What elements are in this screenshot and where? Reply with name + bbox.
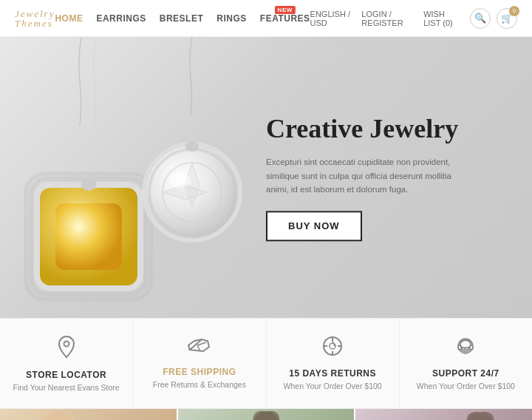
hero-title: Creative Jewelry: [266, 113, 473, 145]
promo-sale[interactable]: SALE OFF: [355, 409, 532, 420]
svg-point-4: [81, 179, 96, 191]
new-badge: NEW: [275, 6, 296, 14]
person-silhouette-1: [0, 409, 177, 420]
store-locator-title: STORE LOCATOR: [26, 370, 106, 380]
site-logo[interactable]: Jewelry Themes: [15, 9, 55, 28]
support-icon: [454, 335, 477, 362]
feature-support: SUPPORT 24/7 When Your Order Over $100: [400, 319, 532, 408]
svg-point-9: [185, 141, 199, 152]
person-silhouette-2: [178, 409, 355, 420]
header-right: ENGLISH / USD LOGIN / REGISTER WISH LIST…: [310, 8, 517, 29]
hero-jewelry-display: [0, 37, 281, 318]
wishlist-link[interactable]: WISH LIST (0): [423, 10, 463, 27]
logo-tagline: Themes: [15, 18, 55, 28]
nav-item-rings[interactable]: RINGS: [216, 13, 247, 24]
features-bar: STORE LOCATOR Find Your Nearest Evans St…: [0, 318, 532, 409]
returns-title: 15 DAYS RETURNS: [289, 368, 376, 379]
returns-desc: When Your Order Over $100: [284, 382, 382, 390]
hero-section: Creative Jewelry Excepturi sint occaecat…: [0, 37, 532, 318]
store-locator-desc: Find Your Nearest Evans Store: [13, 383, 120, 392]
header-icons: 🔍 🛒 0: [470, 8, 517, 29]
svg-point-10: [64, 342, 69, 347]
cart-badge: 0: [509, 6, 519, 16]
nav-item-features[interactable]: NEW FEATURES: [260, 13, 310, 24]
nav-item-earrings[interactable]: EARRINGS: [96, 13, 146, 24]
promo-summer[interactable]: SUMMER: [178, 409, 356, 420]
support-title: SUPPORT 24/7: [432, 368, 499, 379]
returns-icon: [321, 335, 344, 362]
svg-rect-3: [55, 203, 122, 270]
main-nav: HOME EARRINGS BRESLET RINGS NEW FEATURES: [55, 13, 310, 24]
person-silhouette-3: [355, 409, 532, 420]
store-locator-icon: [56, 335, 77, 364]
buy-now-button[interactable]: BUY NOW: [266, 211, 362, 242]
promo-row: NEW SUMMER SALE OFF: [0, 409, 532, 420]
language-selector[interactable]: ENGLISH / USD: [310, 10, 355, 27]
jewelry-svg: [0, 37, 281, 318]
cart-button[interactable]: 🛒 0: [497, 8, 517, 29]
svg-point-8: [168, 173, 191, 188]
nav-item-home[interactable]: HOME: [55, 13, 83, 24]
search-button[interactable]: 🔍: [470, 8, 491, 29]
shipping-title: FREE SHIPPING: [163, 367, 236, 377]
site-header: Jewelry Themes HOME EARRINGS BRESLET RIN…: [0, 0, 532, 37]
feature-free-shipping: FREE SHIPPING Free Returns & Exchanges: [133, 319, 266, 408]
login-link[interactable]: LOGIN / REGISTER: [361, 10, 416, 27]
hero-text: Creative Jewelry Excepturi sint occaecat…: [266, 113, 473, 241]
shipping-icon: [187, 335, 212, 361]
hero-description: Excepturi sint occaecati cupiditate non …: [266, 156, 473, 197]
search-icon: 🔍: [474, 13, 486, 24]
logo-name: Jewelry: [15, 9, 55, 18]
support-desc: When Your Order Over $100: [417, 382, 515, 390]
shipping-desc: Free Returns & Exchanges: [153, 380, 246, 389]
promo-new[interactable]: NEW: [0, 409, 178, 420]
feature-returns: 15 DAYS RETURNS When Your Order Over $10…: [267, 319, 400, 408]
nav-item-breslet[interactable]: BRESLET: [160, 13, 204, 24]
feature-store-locator: STORE LOCATOR Find Your Nearest Evans St…: [0, 319, 133, 408]
